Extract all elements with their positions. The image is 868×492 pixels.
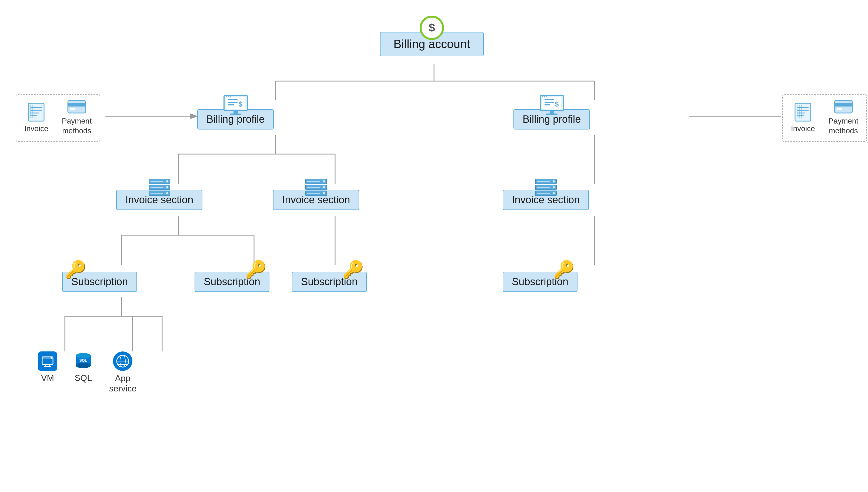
payment-methods-item-right: Paymentmethods — [828, 100, 859, 136]
svg-point-50 — [546, 96, 547, 97]
billing-profile-left-icon: $ — [224, 95, 248, 117]
subscription-3-node: 🔑 Subscription — [292, 260, 367, 292]
svg-rect-114 — [835, 103, 852, 106]
billing-account-node: $ Billing account — [380, 16, 484, 56]
invoice-item-right: Invoice — [791, 103, 815, 133]
svg-rect-103 — [68, 103, 86, 106]
svg-rect-47 — [546, 114, 558, 115]
svg-point-83 — [51, 357, 52, 359]
subscription-1-node: 🔑 Subscription — [62, 260, 137, 292]
subscription-2-key-icon: 🔑 — [195, 260, 270, 280]
svg-rect-46 — [550, 111, 554, 114]
svg-point-72 — [553, 180, 555, 182]
svg-point-88 — [76, 353, 91, 359]
subscription-4-node: 🔑 Subscription — [503, 260, 578, 292]
svg-point-37 — [226, 96, 227, 97]
sql-icon: SQL — [74, 351, 93, 371]
svg-point-63 — [323, 180, 325, 182]
svg-point-56 — [166, 192, 168, 194]
sql-resource: SQL SQL — [74, 351, 93, 383]
invoice-section-3-icon — [535, 178, 557, 197]
payment-methods-item-left: Paymentmethods — [62, 100, 92, 136]
invoice-label-right: Invoice — [791, 124, 815, 133]
svg-point-86 — [76, 363, 91, 368]
svg-rect-104 — [70, 108, 75, 110]
svg-point-49 — [544, 96, 545, 97]
billing-profile-right-icon: $ — [540, 95, 564, 117]
app-service-resource: App service — [109, 351, 136, 394]
subscription-4-key-icon: 🔑 — [503, 260, 578, 280]
svg-point-38 — [228, 96, 229, 97]
connector-lines — [0, 0, 868, 492]
invoice-label-left: Invoice — [24, 124, 48, 133]
svg-point-74 — [553, 192, 555, 194]
svg-rect-35 — [233, 111, 238, 114]
invoice-item-left: Invoice — [24, 103, 48, 133]
svg-point-65 — [323, 192, 325, 194]
invoice-section-2-node: Invoice section — [273, 178, 359, 210]
resources-node: VM SQL SQL — [38, 351, 136, 394]
subscription-3-key-icon: 🔑 — [292, 260, 367, 280]
svg-rect-36 — [230, 114, 241, 115]
vm-resource: VM — [38, 351, 57, 383]
svg-point-48 — [542, 96, 543, 97]
invoice-section-2-icon — [305, 178, 327, 197]
vm-icon — [38, 351, 57, 371]
diagram-container: $ Billing account $ — [0, 0, 868, 492]
svg-text:SQL: SQL — [79, 358, 87, 363]
svg-text:$: $ — [239, 100, 243, 108]
sql-label: SQL — [75, 373, 92, 383]
svg-point-54 — [166, 180, 168, 182]
invoice-section-1-icon — [148, 178, 171, 197]
right-dashed-box: Invoice Paymentmethods — [782, 94, 867, 142]
subscription-2-node: 🔑 Subscription — [195, 260, 270, 292]
invoice-section-3-node: Invoice section — [503, 178, 589, 210]
payment-methods-label-right: Paymentmethods — [828, 116, 859, 136]
svg-rect-102 — [68, 101, 86, 113]
invoice-section-1-node: Invoice section — [116, 178, 202, 210]
vm-label: VM — [41, 373, 54, 383]
app-service-label: App service — [109, 373, 136, 394]
svg-point-64 — [323, 186, 325, 189]
svg-rect-115 — [837, 108, 842, 110]
app-service-icon — [113, 351, 132, 371]
svg-text:$: $ — [555, 100, 559, 108]
svg-point-73 — [553, 186, 555, 189]
svg-point-39 — [230, 96, 231, 97]
left-dashed-box: Invoice Paymentmethods — [16, 94, 100, 142]
payment-methods-label-left: Paymentmethods — [62, 116, 92, 136]
dollar-circle-icon: $ — [420, 16, 444, 40]
billing-profile-left-node: $ Billing profile — [197, 95, 274, 129]
subscription-1-key-icon: 🔑 — [62, 260, 137, 280]
billing-profile-right-node: $ Billing profile — [513, 95, 590, 129]
svg-rect-113 — [835, 101, 852, 113]
svg-point-55 — [166, 186, 168, 189]
